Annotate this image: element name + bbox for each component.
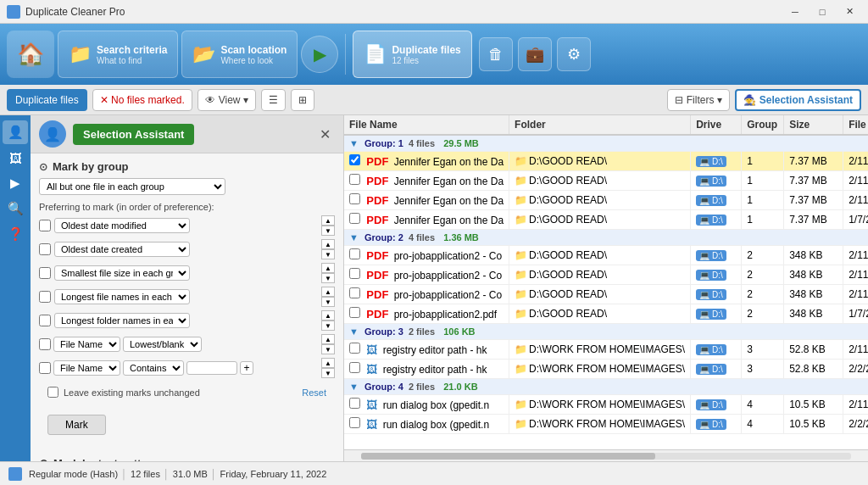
table-row[interactable]: PDF Jennifer Egan on the Da 📁D:\GOOD REA… (344, 152, 868, 171)
col-header-group[interactable]: Group (742, 115, 784, 135)
group-cell[interactable]: ▼ Group: 2 4 files 1.36 MB (344, 230, 868, 246)
table-row[interactable]: PDF pro-jobapplication2.pdf 📁D:\GOOD REA… (344, 304, 868, 324)
view-button[interactable]: 👁 View ▾ (198, 89, 256, 111)
scan-location-button[interactable]: 📂 Scan location Where to look (181, 31, 298, 78)
collapse-text-toggle[interactable]: ⊙ (39, 457, 48, 461)
arrow-up-fn1[interactable]: ▲ (321, 334, 335, 344)
minimize-button[interactable]: ─ (783, 3, 807, 20)
file-checkbox[interactable] (349, 213, 360, 224)
group-cell[interactable]: ▼ Group: 3 2 files 106 KB (344, 324, 868, 340)
table-row[interactable]: 🖼 run dialog box (gpedit.n 📁D:\WORK FROM… (344, 395, 868, 415)
pref-filename-col3[interactable]: File Name (53, 360, 120, 376)
file-checkbox[interactable] (349, 248, 360, 259)
group-cell[interactable]: ▼ Group: 4 2 files 21.0 KB (344, 379, 868, 395)
arrow-down-0[interactable]: ▼ (321, 226, 335, 236)
pref-filename-col1[interactable]: File Name (53, 337, 120, 352)
table-row[interactable]: PDF Jennifer Egan on the Da 📁D:\GOOD REA… (344, 210, 868, 230)
delete-button[interactable]: 🗑 (479, 37, 513, 71)
col-header-drive[interactable]: Drive (691, 115, 742, 135)
maximize-button[interactable]: □ (810, 3, 834, 20)
pref-contains-input[interactable] (186, 361, 237, 375)
add-condition-button[interactable]: + (240, 361, 253, 375)
mark-button[interactable]: Mark (47, 415, 106, 435)
file-checkbox[interactable] (349, 174, 360, 185)
arrow-up-2[interactable]: ▲ (321, 263, 335, 273)
col-header-size[interactable]: Size (784, 115, 843, 135)
briefcase-button[interactable]: 💼 (518, 37, 552, 71)
pref-checkbox-4[interactable] (39, 315, 51, 326)
collapse-toggle[interactable]: ⊙ (39, 161, 47, 173)
arrow-up-4[interactable]: ▲ (321, 310, 335, 321)
pref-dropdown-3[interactable]: Longest file names in each group (54, 289, 190, 304)
cell-folder: 📁D:\GOOD READ\ (509, 285, 691, 304)
arrow-up-0[interactable]: ▲ (321, 215, 335, 226)
pref-filename-col4[interactable]: Contains (123, 360, 184, 376)
reset-button[interactable]: Reset (302, 387, 326, 398)
pref-dropdown-2[interactable]: Smallest file size in each group (54, 265, 190, 281)
pref-checkbox-2[interactable] (39, 267, 51, 279)
col-header-folder[interactable]: Folder (509, 115, 691, 135)
group-mode-dropdown[interactable]: All but one file in each group (39, 178, 225, 195)
duplicate-files-tab[interactable]: Duplicate files (7, 89, 87, 111)
nav-search-icon[interactable]: 🔍 (3, 197, 28, 220)
file-table-container[interactable]: File Name Folder Drive Group Size File c… (344, 115, 868, 449)
selection-assistant-title-btn[interactable]: Selection Assistant (73, 124, 194, 145)
file-checkbox[interactable] (349, 417, 360, 428)
leave-unchanged-checkbox[interactable] (47, 387, 58, 398)
table-row[interactable]: 🖼 registry editor path - hk 📁D:\WORK FRO… (344, 360, 868, 379)
file-checkbox[interactable] (349, 307, 360, 318)
table-row[interactable]: PDF pro-jobapplication2 - Co 📁D:\GOOD RE… (344, 265, 868, 285)
arrow-up-1[interactable]: ▲ (321, 239, 335, 249)
pref-dropdown-0[interactable]: Oldest date modified (54, 218, 190, 233)
settings-button[interactable]: ⚙ (557, 37, 591, 71)
nav-help-icon[interactable]: ❓ (3, 222, 28, 246)
table-row[interactable]: 🖼 run dialog box (gpedit.n 📁D:\WORK FROM… (344, 415, 868, 434)
filters-button[interactable]: ⊟ Filters ▾ (667, 89, 730, 111)
pref-filename-col2[interactable]: Lowest/blank (123, 337, 202, 352)
scan-button[interactable]: ▶ (301, 36, 338, 73)
group-cell[interactable]: ▼ Group: 1 4 files 29.5 MB (344, 135, 868, 152)
nav-image-icon[interactable]: 🖼 (3, 146, 28, 170)
arrow-down-fn2[interactable]: ▼ (321, 368, 335, 378)
cell-size: 348 KB (784, 246, 843, 265)
arrow-down-4[interactable]: ▼ (321, 321, 335, 331)
table-row[interactable]: PDF Jennifer Egan on the Da 📁D:\GOOD REA… (344, 171, 868, 191)
nav-people-icon[interactable]: 👤 (3, 120, 28, 144)
file-checkbox[interactable] (349, 362, 360, 373)
file-checkbox[interactable] (349, 398, 360, 409)
file-checkbox[interactable] (349, 343, 360, 354)
horizontal-scrollbar[interactable] (344, 449, 868, 461)
close-panel-button[interactable]: ✕ (314, 124, 335, 144)
table-row[interactable]: PDF Jennifer Egan on the Da 📁D:\GOOD REA… (344, 191, 868, 210)
table-row[interactable]: PDF pro-jobapplication2 - Co 📁D:\GOOD RE… (344, 285, 868, 304)
pref-checkbox-fn2[interactable] (39, 362, 51, 374)
arrow-down-fn1[interactable]: ▼ (321, 344, 335, 354)
close-button[interactable]: ✕ (837, 3, 861, 20)
arrow-up-fn2[interactable]: ▲ (321, 358, 335, 368)
nav-play-icon[interactable]: ▶ (3, 171, 28, 195)
file-checkbox[interactable] (349, 193, 360, 204)
pref-checkbox-0[interactable] (39, 220, 51, 231)
pref-dropdown-4[interactable]: Longest folder names in each group (54, 313, 190, 328)
arrow-down-3[interactable]: ▼ (321, 297, 335, 307)
pref-checkbox-1[interactable] (39, 243, 51, 255)
file-checkbox[interactable] (349, 268, 360, 279)
pref-checkbox-3[interactable] (39, 291, 51, 303)
table-row[interactable]: PDF pro-jobapplication2 - Co 📁D:\GOOD RE… (344, 246, 868, 265)
pref-checkbox-fn1[interactable] (39, 338, 51, 350)
arrow-down-2[interactable]: ▼ (321, 273, 335, 283)
table-row[interactable]: 🖼 registry editor path - hk 📁D:\WORK FRO… (344, 340, 868, 360)
home-button[interactable]: 🏠 (7, 31, 54, 78)
duplicate-files-button[interactable]: 📄 Duplicate files 12 files (353, 31, 471, 78)
col-header-created[interactable]: File created (843, 115, 868, 135)
search-criteria-button[interactable]: 📁 Search criteria What to find (58, 31, 178, 78)
grid-view-button[interactable]: ⊞ (291, 89, 314, 111)
arrow-up-3[interactable]: ▲ (321, 287, 335, 297)
selection-assistant-button[interactable]: 🧙 Selection Assistant (735, 89, 861, 111)
file-checkbox[interactable] (349, 154, 360, 165)
list-view-button[interactable]: ☰ (261, 89, 286, 111)
col-header-filename[interactable]: File Name (344, 115, 509, 135)
arrow-down-1[interactable]: ▼ (321, 249, 335, 259)
pref-dropdown-1[interactable]: Oldest date created (54, 242, 190, 257)
file-checkbox[interactable] (349, 287, 360, 298)
